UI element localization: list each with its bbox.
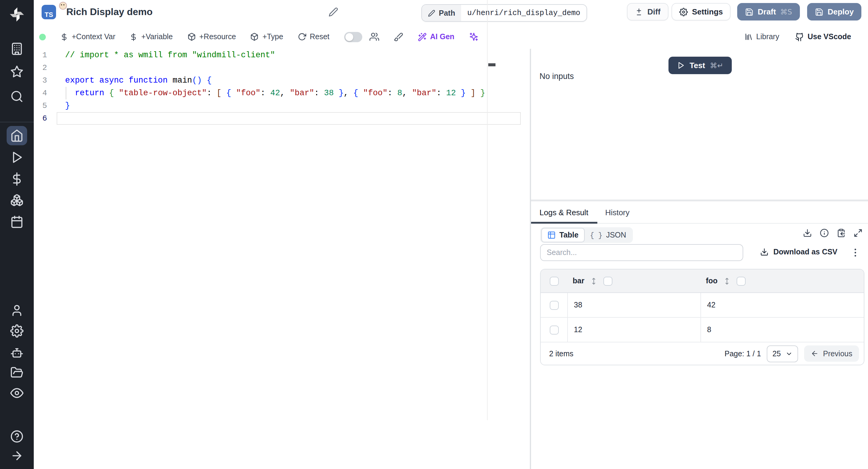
clipboard-copy-icon[interactable]	[837, 228, 846, 238]
active-tab-underline	[531, 222, 597, 224]
user-icon[interactable]	[10, 304, 24, 317]
expand-icon[interactable]	[854, 228, 863, 238]
collab-toggle[interactable]	[344, 32, 362, 42]
row-checkbox[interactable]	[550, 301, 558, 310]
emoji-badge	[59, 2, 67, 10]
code-line[interactable]: }	[65, 99, 518, 112]
select-all-checkbox[interactable]	[550, 276, 559, 285]
settings-button[interactable]: Settings	[672, 3, 731, 21]
info-icon[interactable]	[820, 228, 829, 238]
play-icon	[677, 61, 685, 69]
result-panel: Logs & Result History Table { } JSON	[531, 201, 868, 469]
sidebar	[0, 0, 34, 469]
download-icon	[760, 248, 769, 256]
column-checkbox[interactable]	[737, 276, 746, 285]
result-view-toggle: Table { } JSON	[540, 227, 633, 243]
table-row[interactable]: 3842	[541, 293, 864, 318]
save-icon	[815, 7, 824, 16]
row-checkbox[interactable]	[550, 325, 558, 334]
library-icon	[744, 33, 752, 41]
download-csv-button[interactable]: Download as CSV	[760, 248, 838, 256]
chevron-down-icon	[786, 350, 793, 357]
code-line[interactable]	[65, 112, 518, 125]
path-pencil-icon	[428, 9, 435, 17]
page-size-select[interactable]: 25	[767, 345, 798, 362]
resources-boxes-icon[interactable]	[10, 193, 24, 207]
diff-icon	[635, 7, 643, 16]
tab-history[interactable]: History	[597, 201, 638, 223]
more-options-kebab[interactable]	[850, 247, 861, 258]
code-line[interactable]: export async function main() {	[65, 74, 518, 87]
audit-eye-icon[interactable]	[10, 386, 24, 400]
sort-icon[interactable]	[724, 277, 731, 285]
code-line[interactable]: return { "table-row-object": [ { "foo": …	[65, 87, 518, 99]
top-header: TS Rich Display demo Path u/henri/rich_d…	[34, 0, 868, 25]
variables-dollar-icon[interactable]	[10, 173, 24, 186]
code-line[interactable]: // import * as wmill from "windmill-clie…	[65, 49, 518, 61]
reset-button[interactable]: Reset	[298, 33, 330, 41]
save-icon	[745, 7, 753, 16]
path-value: u/henri/rich_display_demo	[461, 5, 586, 21]
table-row[interactable]: 128	[541, 318, 864, 342]
add-variable-button[interactable]: +Variable	[130, 33, 173, 41]
ai-gen-button[interactable]: AI Gen	[417, 32, 455, 41]
result-tabs: Logs & Result History	[531, 201, 868, 224]
workspace-building-icon[interactable]	[10, 42, 24, 56]
column-header-bar: bar	[568, 276, 701, 285]
schedules-calendar-icon[interactable]	[10, 215, 24, 228]
windmill-logo-icon[interactable]	[8, 5, 26, 24]
add-type-button[interactable]: +Type	[250, 33, 283, 41]
help-circle-icon[interactable]	[10, 430, 24, 443]
result-table: bar foo 3842128 2 items	[540, 269, 864, 365]
typescript-badge: TS	[41, 5, 56, 19]
previous-page-button[interactable]: Previous	[804, 345, 859, 362]
column-checkbox[interactable]	[604, 276, 613, 285]
code-line[interactable]	[65, 61, 518, 74]
no-inputs-label: No inputs	[539, 72, 574, 81]
page-title: Rich Display demo	[66, 7, 153, 18]
code-editor[interactable]: 123456 // import * as wmill from "windmi…	[34, 49, 530, 469]
search-input[interactable]	[540, 244, 743, 261]
tab-logs-result[interactable]: Logs & Result	[531, 201, 597, 223]
table-cell: 42	[701, 293, 864, 317]
format-brush-icon[interactable]	[393, 32, 403, 41]
editor-code[interactable]: // import * as wmill from "windmill-clie…	[65, 49, 518, 125]
home-icon[interactable]	[10, 129, 24, 142]
diff-button[interactable]: Diff	[627, 3, 668, 21]
package-icon	[250, 33, 259, 41]
edit-title-pencil-icon[interactable]	[329, 7, 338, 17]
sparkles-icon[interactable]	[469, 32, 478, 41]
expand-sidebar-arrow-icon[interactable]	[10, 449, 24, 462]
package-icon	[187, 33, 195, 41]
add-resource-button[interactable]: +Resource	[187, 33, 236, 41]
workers-robot-icon[interactable]	[10, 345, 24, 359]
view-table-button[interactable]: Table	[541, 228, 584, 242]
settings-gear-icon[interactable]	[10, 324, 24, 338]
table-icon	[547, 231, 556, 239]
editor-overview-ruler-marker	[488, 63, 495, 66]
runs-play-icon[interactable]	[10, 151, 24, 164]
add-context-var-button[interactable]: +Context Var	[60, 33, 116, 41]
download-icon[interactable]	[803, 228, 812, 238]
draft-button[interactable]: Draft ⌘S	[737, 3, 800, 21]
search-icon[interactable]	[10, 90, 24, 103]
folders-open-icon[interactable]	[10, 366, 24, 379]
view-json-button[interactable]: { } JSON	[584, 228, 631, 242]
test-kbd: ⌘↵	[710, 61, 723, 70]
table-footer: 2 items Page: 1 / 1 25 Previous	[541, 342, 864, 365]
header-select-cell	[541, 276, 568, 285]
favorites-star-icon[interactable]	[10, 65, 24, 79]
test-button[interactable]: Test ⌘↵	[669, 57, 732, 74]
library-button[interactable]: Library	[744, 33, 779, 41]
sort-icon[interactable]	[590, 277, 598, 285]
editor-right-edge	[487, 0, 488, 420]
deploy-button[interactable]: Deploy	[807, 3, 862, 21]
table-header: bar foo	[541, 270, 864, 293]
use-vscode-button[interactable]: Use VScode	[795, 32, 851, 41]
vscode-github-icon	[795, 32, 804, 41]
gear-icon	[679, 7, 688, 16]
users-icon	[369, 32, 379, 41]
dollar-icon	[60, 33, 68, 41]
table-cell: 38	[568, 293, 701, 317]
path-field[interactable]: Path u/henri/rich_display_demo	[421, 4, 587, 22]
